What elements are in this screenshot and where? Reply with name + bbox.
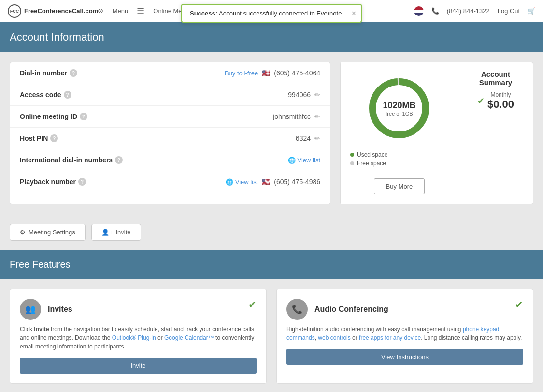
- invites-header: 👥 Invites: [20, 299, 257, 320]
- meeting-id-row: Online meeting ID ? johnsmithfcc ✏: [10, 106, 330, 128]
- globe-icon: 🌐: [288, 157, 296, 164]
- playback-row: Playback number ? 🌐 View list 🇺🇸 (605) 4…: [10, 171, 330, 192]
- success-message: Account successfully connected to Everno…: [219, 10, 343, 17]
- phone-icon: 📞: [431, 7, 439, 15]
- page-title: Account Information: [10, 31, 533, 44]
- outlook-link[interactable]: Outlook® Plug-in: [112, 334, 156, 341]
- free-dot: [350, 161, 354, 165]
- storage-total: free of 1GB: [383, 111, 415, 116]
- host-pin-label: Host PIN ?: [20, 134, 126, 142]
- phone-number: (844) 844-1322: [447, 7, 490, 15]
- dial-in-row: Dial-in number ? Buy toll-free 🇺🇸 (605) …: [10, 62, 330, 84]
- free-apps-link[interactable]: free apps for any device: [359, 334, 421, 341]
- audio-check-icon: ✔: [515, 299, 523, 310]
- success-banner: Success: Account successfully connected …: [181, 4, 362, 23]
- dial-in-help-icon[interactable]: ?: [70, 69, 77, 77]
- host-pin-number: 6324: [296, 134, 311, 142]
- meeting-settings-button[interactable]: ⚙ Meeting Settings: [10, 224, 86, 241]
- main-content: Dial-in number ? Buy toll-free 🇺🇸 (605) …: [0, 52, 543, 214]
- buy-toll-free-link[interactable]: Buy toll-free: [225, 70, 258, 77]
- navbar-right: 📞 (844) 844-1322 Log Out 🛒: [414, 6, 535, 16]
- meeting-id-help-icon[interactable]: ?: [80, 113, 87, 120]
- host-pin-value: 6324 ✏: [296, 134, 320, 142]
- free-space-legend: Free space: [350, 160, 387, 167]
- host-pin-edit-icon[interactable]: ✏: [314, 134, 320, 142]
- used-label: Used space: [357, 151, 387, 158]
- summary-check-icon: ✔: [477, 96, 485, 106]
- intl-dial-in-label: International dial-in numbers ?: [20, 156, 126, 164]
- intl-dial-in-row: International dial-in numbers ? 🌐 View l…: [10, 149, 330, 171]
- logo-icon: FCC: [8, 4, 21, 18]
- success-label: Success:: [190, 10, 217, 17]
- meeting-id-edit-icon[interactable]: ✏: [314, 113, 320, 120]
- account-header: Account Information: [0, 22, 543, 52]
- flag-icon: 🇺🇸: [262, 69, 270, 77]
- logo-text: FreeConferenceCall.com®: [24, 7, 103, 15]
- buy-more-button[interactable]: Buy More: [374, 178, 425, 194]
- dial-in-label: Dial-in number ?: [20, 69, 126, 77]
- intl-view-list-link[interactable]: 🌐 View list: [288, 157, 320, 164]
- close-banner-button[interactable]: ×: [352, 9, 356, 18]
- free-label: Free space: [357, 160, 386, 167]
- intl-dial-in-value: 🌐 View list: [288, 157, 320, 164]
- playback-label: Playback number ?: [20, 178, 126, 186]
- dial-in-number: (605) 475-4064: [274, 69, 320, 77]
- flag-icon-2: 🇺🇸: [262, 178, 270, 186]
- account-summary-panel: Account Summary ✔ Monthly $0.00: [458, 62, 533, 204]
- access-code-row: Access code ? 994066 ✏: [10, 84, 330, 106]
- audio-header: 📞 Audio Conferencing: [286, 299, 523, 320]
- view-instructions-button[interactable]: View Instructions: [286, 349, 523, 365]
- right-panel: 1020MB free of 1GB Used space Free space…: [340, 62, 533, 204]
- meeting-id-label: Online meeting ID ?: [20, 113, 126, 120]
- hamburger-icon[interactable]: ☰: [137, 6, 144, 16]
- invite-button[interactable]: 👤+ Invite: [91, 224, 141, 241]
- invite-action-button[interactable]: Invite: [20, 358, 257, 374]
- storage-used: 1020MB: [383, 101, 415, 111]
- audio-icon: 📞: [286, 299, 308, 320]
- storage-card: 1020MB free of 1GB Used space Free space…: [341, 62, 458, 204]
- invites-check-icon: ✔: [248, 299, 257, 310]
- dial-in-value: Buy toll-free 🇺🇸 (605) 475-4064: [225, 69, 320, 77]
- menu-label[interactable]: Menu: [113, 7, 129, 15]
- invites-icon: 👥: [20, 299, 41, 320]
- google-calendar-link[interactable]: Google Calendar™: [164, 334, 214, 341]
- invites-desc: Click Invite from the navigation bar to …: [20, 325, 257, 351]
- action-buttons: ⚙ Meeting Settings 👤+ Invite: [0, 214, 543, 250]
- audio-title: Audio Conferencing: [314, 305, 388, 314]
- playback-number: (605) 475-4986: [274, 178, 320, 186]
- access-code-label: Access code ?: [20, 91, 126, 99]
- account-info-card: Dial-in number ? Buy toll-free 🇺🇸 (605) …: [10, 62, 330, 204]
- intl-help-icon[interactable]: ?: [115, 156, 123, 164]
- monthly-label: Monthly: [487, 91, 514, 98]
- host-pin-row: Host PIN ? 6324 ✏: [10, 128, 330, 149]
- access-code-number: 994066: [288, 91, 311, 99]
- flag-icon: [414, 6, 424, 16]
- features-grid: 👥 Invites ✔ Click Invite from the naviga…: [0, 279, 543, 392]
- access-code-help-icon[interactable]: ?: [64, 91, 71, 99]
- used-dot: [350, 153, 354, 157]
- host-pin-help-icon[interactable]: ?: [50, 134, 58, 142]
- web-controls-link[interactable]: web controls: [318, 334, 350, 341]
- storage-center-text: 1020MB free of 1GB: [383, 101, 415, 116]
- meeting-id-value: johnsmithfcc ✏: [273, 113, 320, 120]
- used-space-legend: Used space: [350, 151, 387, 158]
- storage-legend: Used space Free space: [350, 151, 387, 167]
- account-summary-title: Account Summary: [466, 70, 525, 87]
- invites-title: Invites: [48, 305, 72, 314]
- settings-icon: ⚙: [20, 229, 26, 236]
- monthly-price: $0.00: [487, 98, 514, 111]
- invite-icon: 👤+: [101, 229, 113, 236]
- globe-icon-2: 🌐: [226, 178, 233, 186]
- storage-donut: 1020MB free of 1GB: [363, 72, 435, 145]
- playback-help-icon[interactable]: ?: [78, 178, 86, 186]
- invites-feature-card: 👥 Invites ✔ Click Invite from the naviga…: [10, 289, 267, 384]
- site-logo[interactable]: FCC FreeConferenceCall.com®: [8, 4, 103, 18]
- logout-button[interactable]: Log Out: [498, 7, 520, 15]
- cart-icon[interactable]: 🛒: [528, 7, 535, 15]
- meeting-id-text: johnsmithfcc: [273, 113, 311, 120]
- audio-desc: High-definition audio conferencing with …: [286, 325, 523, 342]
- navbar: FCC FreeConferenceCall.com® Menu ☰ Onlin…: [0, 0, 543, 22]
- playback-view-list-link[interactable]: 🌐 View list: [226, 178, 258, 186]
- access-code-edit-icon[interactable]: ✏: [314, 91, 320, 99]
- audio-conferencing-feature-card: 📞 Audio Conferencing ✔ High-definition a…: [276, 289, 533, 384]
